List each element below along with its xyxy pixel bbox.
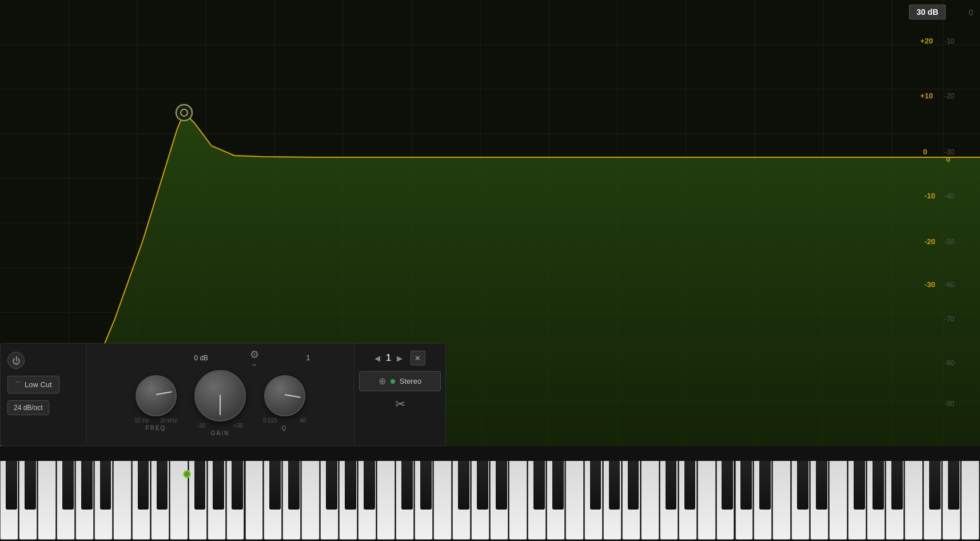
gear-section: ⚙ ⇔ bbox=[250, 348, 259, 368]
scale-gray-minus80: -80 bbox=[945, 359, 954, 367]
piano-white-key[interactable] bbox=[905, 461, 923, 540]
piano-white-key[interactable] bbox=[113, 461, 132, 540]
piano-black-key[interactable] bbox=[194, 461, 206, 510]
piano-black-key[interactable] bbox=[759, 461, 771, 510]
control-panel-floating: ⏻ ⌒ Low Cut 24 dB/oct 0 dB ⚙ ⇔ bbox=[0, 343, 446, 446]
piano-white-key[interactable] bbox=[772, 461, 791, 540]
filter-section: ⏻ ⌒ Low Cut 24 dB/oct bbox=[1, 344, 86, 445]
piano-black-key[interactable] bbox=[891, 461, 903, 510]
piano-black-key[interactable] bbox=[816, 461, 827, 510]
piano-black-key[interactable] bbox=[364, 461, 375, 510]
scale-gray-minus60: -60 bbox=[945, 281, 954, 289]
piano-black-key[interactable] bbox=[628, 461, 639, 510]
piano-black-key[interactable] bbox=[81, 461, 93, 510]
piano-black-key[interactable] bbox=[948, 461, 959, 510]
gain-min: -30 bbox=[197, 423, 205, 429]
gear-arrows: ⇔ bbox=[252, 362, 257, 368]
power-button[interactable]: ⏻ bbox=[7, 352, 25, 369]
close-icon: ✕ bbox=[415, 354, 421, 363]
freq-knob[interactable] bbox=[136, 375, 177, 416]
piano-black-key[interactable] bbox=[552, 461, 564, 510]
piano-black-key[interactable] bbox=[326, 461, 337, 510]
scale-gray-minus70: -70 bbox=[945, 315, 954, 323]
scissors-icon: ✂ bbox=[395, 397, 405, 411]
piano-white-key[interactable] bbox=[641, 461, 659, 540]
gear-icon[interactable]: ⚙ bbox=[250, 348, 259, 361]
piano-white-key[interactable] bbox=[433, 461, 452, 540]
q-max: 40 bbox=[300, 417, 306, 424]
knob-values-row: 0 dB ⚙ ⇔ 1 bbox=[92, 348, 348, 368]
freq-range: 10 Hz 30 kHz bbox=[134, 417, 177, 424]
piano-black-key[interactable] bbox=[25, 461, 36, 510]
close-button[interactable]: ✕ bbox=[411, 351, 425, 365]
freq-axis-label: FREQ bbox=[146, 425, 166, 431]
filter-type-button[interactable]: ⌒ Low Cut bbox=[7, 376, 59, 393]
gain-knob[interactable] bbox=[194, 370, 246, 421]
piano-black-key[interactable] bbox=[138, 461, 149, 510]
piano-white-key[interactable] bbox=[829, 461, 847, 540]
piano-white-key[interactable] bbox=[698, 461, 716, 540]
piano-black-key[interactable] bbox=[666, 461, 677, 510]
q-knob-group: 0.025 40 Q bbox=[263, 375, 306, 431]
piano-black-key[interactable] bbox=[609, 461, 620, 510]
gain-range: -30 +30 bbox=[197, 423, 243, 429]
stereo-button[interactable]: ⊕ Stereo bbox=[359, 371, 441, 391]
piano-black-key[interactable] bbox=[213, 461, 224, 510]
piano-black-key[interactable] bbox=[533, 461, 545, 510]
gain-max: +30 bbox=[233, 423, 243, 429]
q-range: 0.025 40 bbox=[263, 417, 306, 424]
piano-black-key[interactable] bbox=[477, 461, 488, 510]
piano-white-key[interactable] bbox=[245, 461, 264, 540]
piano-black-key[interactable] bbox=[288, 461, 300, 510]
piano-black-key[interactable] bbox=[929, 461, 941, 510]
slope-label: 24 dB/oct bbox=[14, 404, 43, 412]
piano-white-key[interactable] bbox=[509, 461, 527, 540]
stereo-label: Stereo bbox=[400, 377, 421, 385]
band-prev-button[interactable]: ◀ bbox=[375, 354, 380, 363]
piano-white-key[interactable] bbox=[377, 461, 395, 540]
piano-black-key[interactable] bbox=[854, 461, 865, 510]
q-knob[interactable] bbox=[264, 375, 305, 416]
piano-black-key[interactable] bbox=[232, 461, 243, 510]
piano-black-key[interactable] bbox=[100, 461, 111, 510]
eq-control-point[interactable] bbox=[176, 105, 192, 121]
piano-black-key[interactable] bbox=[401, 461, 413, 510]
piano-black-key[interactable] bbox=[496, 461, 507, 510]
gain-knob-indicator bbox=[220, 395, 221, 415]
slope-button[interactable]: 24 dB/oct bbox=[7, 400, 49, 415]
gain-knob-group: -30 +30 GAIN bbox=[194, 370, 246, 436]
piano-black-key[interactable] bbox=[740, 461, 752, 510]
band-next-button[interactable]: ▶ bbox=[397, 354, 403, 363]
piano-black-key[interactable] bbox=[6, 461, 17, 510]
freq-min: 10 Hz bbox=[134, 417, 149, 424]
link-icon: ⊕ bbox=[379, 376, 386, 387]
band-and-right-section: ◀ 1 ▶ ✕ ⊕ Stereo ✂ bbox=[354, 344, 445, 445]
db-button-label: 30 dB bbox=[917, 7, 938, 17]
freq-knob-group: 10 Hz 30 kHz FREQ bbox=[134, 375, 177, 431]
piano-black-key[interactable] bbox=[873, 461, 884, 510]
piano-container[interactable] bbox=[0, 461, 980, 541]
piano-black-key[interactable] bbox=[797, 461, 808, 510]
piano-white-key[interactable] bbox=[38, 461, 56, 540]
scale-yellow-plus10: +10 bbox=[921, 92, 933, 100]
db-zero-label: 0 bbox=[969, 8, 973, 17]
piano-black-key[interactable] bbox=[345, 461, 356, 510]
piano-white-key[interactable] bbox=[961, 461, 979, 540]
db-display-button[interactable]: 30 dB bbox=[909, 5, 946, 19]
piano-black-key[interactable] bbox=[684, 461, 696, 510]
piano-black-key[interactable] bbox=[62, 461, 74, 510]
scale-gray-minus10: -10 bbox=[945, 37, 954, 45]
scissors-button[interactable]: ✂ bbox=[395, 397, 405, 412]
svg-point-25 bbox=[181, 109, 188, 116]
piano-black-key[interactable] bbox=[590, 461, 601, 510]
piano-white-key[interactable] bbox=[301, 461, 320, 540]
piano-black-key[interactable] bbox=[157, 461, 168, 510]
piano-black-key[interactable] bbox=[420, 461, 432, 510]
piano-black-key[interactable] bbox=[722, 461, 733, 510]
scale-gray-minus50: -50 bbox=[945, 238, 954, 246]
piano-white-key[interactable] bbox=[565, 461, 584, 540]
q-value-label: 1 bbox=[288, 354, 328, 362]
stereo-dot bbox=[391, 379, 395, 384]
piano-black-key[interactable] bbox=[269, 461, 281, 510]
piano-black-key[interactable] bbox=[458, 461, 469, 510]
